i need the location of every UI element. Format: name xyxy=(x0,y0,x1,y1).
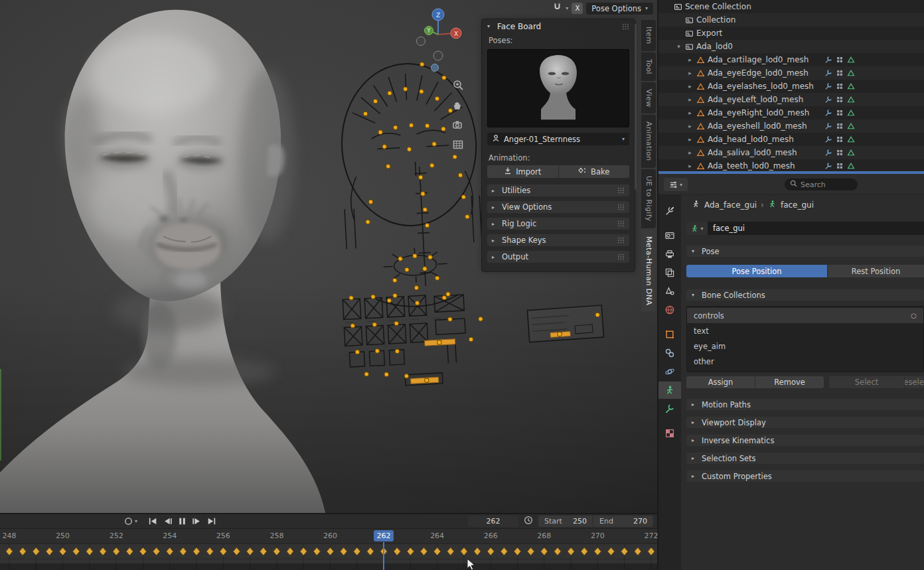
rest-position-button[interactable]: Rest Position xyxy=(828,265,924,277)
outliner-row[interactable]: ▸Ada_eyeLeft_lod0_mesh xyxy=(658,93,924,106)
modifier-wrench-icon[interactable] xyxy=(824,96,832,104)
gizmo-negative-axis[interactable] xyxy=(433,51,443,60)
expand-chevron-icon[interactable]: ▸ xyxy=(686,136,694,143)
timeline-ruler[interactable]: 262 248250252254256258260262264266268270… xyxy=(0,529,657,544)
search-input[interactable]: Search xyxy=(785,178,858,190)
name-input[interactable]: face_gui xyxy=(708,222,924,235)
active-slider-bar[interactable] xyxy=(425,339,455,346)
bone-collections-panel-header[interactable]: ▾ Bone Collections xyxy=(686,289,924,301)
vertex-group-icon[interactable] xyxy=(847,109,855,117)
previous-keyframe-button[interactable] xyxy=(163,517,173,526)
pose-options-dropdown[interactable]: Pose Options▾ xyxy=(586,3,653,15)
frame-start-field[interactable]: Start250 xyxy=(538,516,593,527)
properties-tab-scene[interactable] xyxy=(658,283,681,300)
playhead[interactable] xyxy=(383,542,384,570)
expand-chevron-icon[interactable]: ▸ xyxy=(686,83,694,90)
modifier-wrench-icon[interactable] xyxy=(824,109,832,117)
outliner-row[interactable]: ▸Ada_saliva_lod0_mesh xyxy=(658,146,924,159)
expand-chevron-icon[interactable]: ▾ xyxy=(675,43,682,50)
snap-dropdown-arrow[interactable]: ▾ xyxy=(566,5,568,11)
panel-viewport-display[interactable]: ▸Viewport Display xyxy=(686,417,924,428)
properties-tab-tool[interactable] xyxy=(658,202,681,220)
face-board-section-shape-keys[interactable]: ▸Shape Keys xyxy=(487,234,629,246)
expand-chevron-icon[interactable]: ▸ xyxy=(686,109,694,116)
side-tab-animation[interactable]: Animation xyxy=(641,115,656,168)
mesh-data-icon[interactable] xyxy=(836,82,844,90)
breadcrumb-object-name[interactable]: Ada_face_gui xyxy=(704,200,757,210)
deselect-button[interactable]: Deselect xyxy=(905,376,924,388)
bake-button[interactable]: Bake xyxy=(559,165,630,178)
panel-scrollbar[interactable] xyxy=(635,24,637,190)
x-mirror-toggle[interactable]: X xyxy=(572,3,583,14)
modifier-wrench-icon[interactable] xyxy=(824,82,832,90)
modifier-wrench-icon[interactable] xyxy=(824,162,832,170)
jump-to-start-button[interactable] xyxy=(148,517,158,526)
vertex-group-icon[interactable] xyxy=(847,56,855,64)
outliner-row[interactable]: Collection xyxy=(658,13,924,27)
panel-selection-sets[interactable]: ▸Selection Sets xyxy=(686,453,924,464)
editor-type-button[interactable]: ▾ xyxy=(664,178,688,191)
side-tab-tool[interactable]: Tool xyxy=(641,52,656,81)
camera-view-icon[interactable] xyxy=(452,119,464,131)
panel-drag-grip[interactable] xyxy=(617,253,625,260)
mesh-data-icon[interactable] xyxy=(836,122,844,130)
properties-tab-texture[interactable] xyxy=(658,425,681,442)
outliner-editor[interactable]: Scene CollectionCollectionExport▾Ada_lod… xyxy=(658,0,924,171)
modifier-wrench-icon[interactable] xyxy=(824,135,832,143)
select-button[interactable]: Select xyxy=(829,376,904,388)
outliner-row[interactable]: ▸Ada_eyeshell_lod0_mesh xyxy=(658,119,924,133)
modifier-wrench-icon[interactable] xyxy=(824,56,832,64)
outliner-row[interactable]: Scene Collection xyxy=(658,0,924,13)
mesh-data-icon[interactable] xyxy=(836,162,844,170)
mesh-data-icon[interactable] xyxy=(836,135,844,143)
current-frame-field[interactable]: 262 xyxy=(468,516,518,527)
pose-preview-image[interactable] xyxy=(487,49,629,127)
outliner-row[interactable]: ▸Ada_eyelashes_lod0_mesh xyxy=(658,80,924,93)
expand-chevron-icon[interactable]: ▸ xyxy=(686,96,694,103)
panel-drag-grip[interactable] xyxy=(617,204,625,210)
vertex-group-icon[interactable] xyxy=(847,135,855,143)
panel-drag-grip[interactable] xyxy=(617,187,625,194)
vertex-group-icon[interactable] xyxy=(847,122,855,130)
pan-hand-icon[interactable] xyxy=(452,99,464,111)
data-name-field[interactable]: ▾ face_gui xyxy=(686,222,924,235)
face-board-section-utilities[interactable]: ▸Utilities xyxy=(487,184,629,196)
properties-tab-physics[interactable] xyxy=(658,363,681,380)
expand-chevron-icon[interactable]: ▸ xyxy=(686,163,694,169)
properties-editor[interactable]: ▾ Search Ada_face_gui › face_gu xyxy=(658,174,924,570)
side-tab-ue-to-rigify[interactable]: UE to Rigify xyxy=(641,169,656,228)
properties-tab-output[interactable] xyxy=(658,246,681,263)
sculpted-head-model[interactable] xyxy=(0,0,372,513)
id-type-button[interactable]: ▾ xyxy=(686,222,708,235)
remove-button[interactable]: Remove xyxy=(755,376,824,388)
side-tab-view[interactable]: View xyxy=(641,82,656,114)
properties-tab-constraints[interactable] xyxy=(658,344,681,362)
properties-tab-render[interactable] xyxy=(658,227,681,244)
frame-end-field[interactable]: End270 xyxy=(593,516,653,527)
vertex-group-icon[interactable] xyxy=(847,69,855,77)
properties-tab-object[interactable] xyxy=(658,326,681,343)
outliner-row[interactable]: Export xyxy=(658,27,924,40)
pose-panel-header[interactable]: ▾ Pose xyxy=(686,246,924,257)
bone-collection-row[interactable]: controls○ xyxy=(687,308,923,323)
clock-icon[interactable] xyxy=(524,515,533,528)
mesh-data-icon[interactable] xyxy=(836,109,844,117)
face-board-section-output[interactable]: ▸Output xyxy=(487,251,629,263)
outliner-row[interactable]: ▸Ada_teeth_lod0_mesh xyxy=(658,159,924,171)
assign-button[interactable]: Assign xyxy=(686,376,755,388)
panel-drag-grip[interactable] xyxy=(617,220,625,227)
face-board-section-view-options[interactable]: ▸View Options xyxy=(487,201,629,213)
outliner-row[interactable]: ▸Ada_head_lod0_mesh xyxy=(658,133,924,146)
bone-collection-row[interactable]: other xyxy=(687,354,923,369)
modifier-wrench-icon[interactable] xyxy=(824,69,832,77)
panel-motion-paths[interactable]: ▸Motion Paths xyxy=(686,399,924,410)
modifier-wrench-icon[interactable] xyxy=(824,149,832,157)
side-tab-meta-human-dna[interactable]: Meta-Human DNA xyxy=(641,230,656,312)
expand-chevron-icon[interactable]: ▸ xyxy=(686,149,694,156)
expand-chevron-icon[interactable]: ▸ xyxy=(686,123,694,129)
properties-tab-world[interactable] xyxy=(658,301,681,319)
solo-dot-icon[interactable]: ○ xyxy=(911,312,917,319)
3d-viewport[interactable]: ▾ X Pose Options▾ Z X Y xyxy=(0,0,657,513)
mesh-data-icon[interactable] xyxy=(836,96,844,104)
camera-orbit-dot[interactable] xyxy=(431,64,439,72)
